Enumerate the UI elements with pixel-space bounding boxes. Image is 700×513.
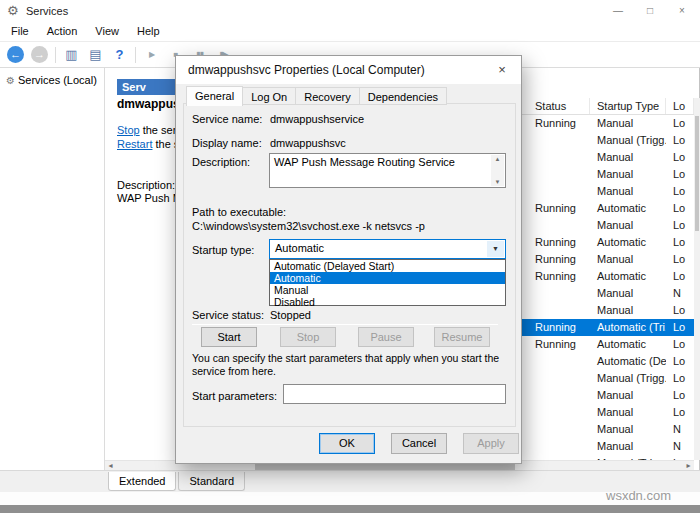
minimize-button[interactable]: — (602, 0, 634, 22)
service-row[interactable]: ManualN (522, 438, 694, 455)
description-text: WAP Push M (117, 192, 182, 204)
cell-status (522, 438, 590, 455)
cell-startup-type: Manual (590, 115, 666, 132)
service-row[interactable]: ManualLo (522, 217, 694, 234)
description-textbox[interactable]: WAP Push Message Routing Service ▲ ▼ (269, 153, 506, 188)
scroll-down-icon[interactable]: ▼ (495, 178, 501, 186)
dialog-tab-general[interactable]: General (186, 86, 243, 106)
restart-service-link[interactable]: Restart (117, 138, 152, 150)
service-row[interactable]: RunningAutomaticLo (522, 234, 694, 251)
properties-dialog: dmwappushsvc Properties (Local Computer)… (175, 55, 522, 464)
dropdown-option[interactable]: Automatic (270, 272, 505, 284)
tree-item-services-local[interactable]: ⚙Services (Local) (0, 68, 104, 88)
cell-log-on-as: Lo (666, 302, 694, 319)
cell-startup-type: Manual (590, 387, 666, 404)
start-service-icon[interactable]: ▶ (143, 46, 160, 63)
horizontal-scrollbar-thumb[interactable] (255, 463, 515, 470)
combobox-dropdown-icon[interactable]: ▼ (487, 241, 504, 257)
start-button[interactable]: Start (201, 327, 257, 347)
back-icon[interactable]: ← (7, 46, 24, 63)
description-scrollbar[interactable]: ▲ ▼ (491, 155, 504, 186)
service-row[interactable]: ManualLo (522, 404, 694, 421)
cell-startup-type: Manual (590, 217, 666, 234)
cell-log-on-as: Lo (666, 387, 694, 404)
view-tab-extended[interactable]: Extended (108, 472, 176, 491)
view-tab-standard[interactable]: Standard (178, 472, 245, 491)
service-row[interactable]: ManualLo (522, 387, 694, 404)
cell-startup-type: Manual (Trigg... (590, 132, 666, 149)
service-row[interactable]: RunningAutomaticLo (522, 336, 694, 353)
cell-startup-type: Manual (590, 438, 666, 455)
service-row[interactable]: Automatic (De...Lo (522, 353, 694, 370)
column-header-startup-type[interactable]: Startup Type (590, 98, 666, 114)
cell-status: Running (522, 251, 590, 268)
menu-view[interactable]: View (86, 22, 128, 41)
description-label: Description: (117, 179, 175, 191)
watermark: wsxdn.com (606, 488, 671, 503)
dialog-close-button[interactable]: × (485, 58, 519, 82)
cell-status: Running (522, 336, 590, 353)
service-row[interactable]: ManualLo (522, 302, 694, 319)
apply-button[interactable]: Apply (463, 433, 519, 454)
cancel-button[interactable]: Cancel (391, 433, 447, 454)
cell-log-on-as: Lo (666, 183, 694, 200)
column-header-lo[interactable]: Lo (666, 98, 694, 114)
service-row[interactable]: ManualN (522, 285, 694, 302)
service-row[interactable]: RunningManualLo (522, 115, 694, 132)
dialog-tab-dependencies[interactable]: Dependencies (359, 87, 447, 105)
service-row[interactable]: RunningAutomatic (Tri...Lo (522, 319, 694, 336)
service-row[interactable]: RunningAutomaticLo (522, 200, 694, 217)
vertical-scrollbar-thumb[interactable] (695, 116, 699, 231)
dropdown-option[interactable]: Manual (270, 284, 505, 296)
ok-button[interactable]: OK (319, 433, 375, 454)
toolbar-separator (55, 47, 56, 63)
service-row[interactable]: ManualLo (522, 166, 694, 183)
cell-log-on-as: Lo (666, 166, 694, 183)
description-value: WAP Push Message Routing Service (274, 156, 455, 168)
cell-status (522, 421, 590, 438)
path-label: Path to executable: (192, 206, 286, 218)
menu-file[interactable]: File (2, 22, 38, 41)
dropdown-option[interactable]: Disabled (270, 296, 505, 308)
resume-button[interactable]: Resume (434, 327, 490, 347)
service-row[interactable]: RunningManualLo (522, 251, 694, 268)
stop-service-line: Stop the serv (117, 124, 182, 136)
help-icon[interactable]: ? (111, 46, 128, 63)
forward-icon[interactable]: → (31, 46, 48, 63)
cell-startup-type: Manual (590, 285, 666, 302)
bottom-strip (0, 505, 700, 513)
service-row[interactable]: RunningAutomaticLo (522, 268, 694, 285)
cell-status: Running (522, 200, 590, 217)
stop-button[interactable]: Stop (280, 327, 336, 347)
dialog-tab-recovery[interactable]: Recovery (295, 87, 359, 105)
cell-startup-type: Manual (590, 302, 666, 319)
toolbar-separator (135, 47, 136, 63)
pause-button[interactable]: Pause (358, 327, 414, 347)
column-header-status[interactable]: Status (522, 98, 590, 114)
service-row[interactable]: ManualLo (522, 183, 694, 200)
show-console-tree-icon[interactable]: ▥ (63, 46, 80, 63)
vertical-scrollbar[interactable] (694, 98, 700, 460)
service-row[interactable]: ManualLo (522, 149, 694, 166)
service-row[interactable]: ManualN (522, 421, 694, 438)
stop-service-link[interactable]: Stop (117, 124, 140, 136)
dialog-tab-log-on[interactable]: Log On (242, 87, 296, 105)
scroll-up-icon[interactable]: ▲ (495, 155, 501, 163)
dropdown-option[interactable]: Automatic (Delayed Start) (270, 260, 505, 272)
service-row[interactable]: Manual (Trigg...Lo (522, 132, 694, 149)
menu-action[interactable]: Action (38, 22, 87, 41)
service-status-value: Stopped (270, 309, 311, 321)
menu-bar: FileActionViewHelp (0, 22, 700, 42)
export-list-icon[interactable]: ▤ (87, 46, 104, 63)
start-parameters-input[interactable] (283, 384, 506, 404)
menu-help[interactable]: Help (128, 22, 169, 41)
cell-startup-type: Manual (590, 421, 666, 438)
cell-startup-type: Manual (590, 149, 666, 166)
maximize-button[interactable]: □ (634, 0, 666, 22)
startup-type-combobox[interactable]: Automatic ▼ (269, 239, 506, 259)
close-button[interactable]: × (666, 0, 698, 22)
cell-log-on-as: Lo (666, 132, 694, 149)
service-status-label: Service status: (192, 309, 264, 321)
cell-log-on-as: Lo (666, 353, 694, 370)
service-row[interactable]: Manual (Trigg...Lo (522, 370, 694, 387)
